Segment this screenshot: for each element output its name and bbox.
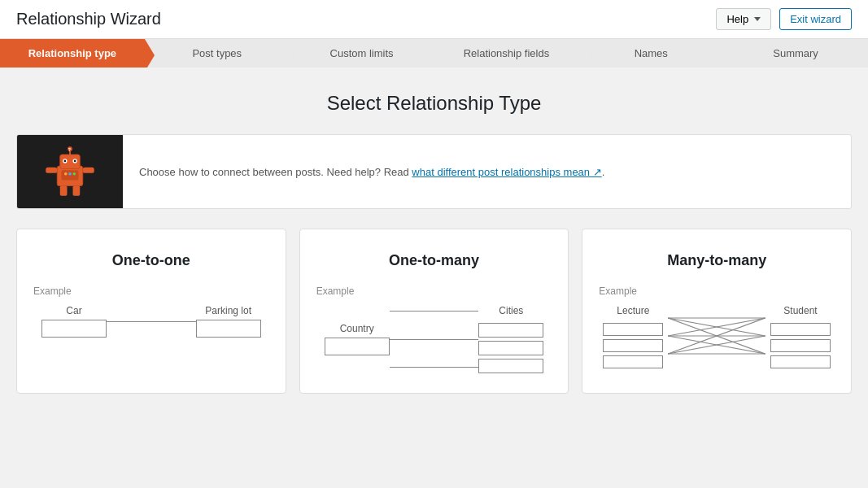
mtom-left-box-2 bbox=[603, 339, 663, 352]
many-to-many-left-label: Lecture bbox=[603, 305, 663, 316]
svg-rect-9 bbox=[46, 168, 57, 173]
cards-container: One-to-one Example Car Parking lot One-t… bbox=[16, 229, 852, 394]
one-to-one-right-box bbox=[196, 320, 261, 338]
info-link[interactable]: what different post relationships mean ↗ bbox=[412, 166, 601, 178]
many-to-many-lines bbox=[668, 309, 765, 365]
svg-rect-12 bbox=[73, 186, 81, 196]
svg-rect-11 bbox=[60, 186, 68, 196]
wizard-step-names[interactable]: Names bbox=[578, 39, 723, 68]
one-to-many-lines bbox=[390, 311, 479, 368]
one-to-many-card[interactable]: One-to-many Example Country Cities bbox=[299, 229, 569, 394]
main-content: Select Relationship Type ? bbox=[0, 68, 868, 410]
many-to-many-right-label: Student bbox=[770, 305, 831, 316]
one-to-one-left-box bbox=[41, 320, 107, 338]
mtom-left-box-3 bbox=[603, 355, 663, 368]
exit-wizard-button[interactable]: Exit wizard bbox=[779, 8, 852, 30]
info-banner: ? Choose how to connect between posts. N… bbox=[16, 134, 852, 209]
many-to-many-right-col: Student bbox=[770, 305, 831, 368]
robot-icon: ? bbox=[41, 143, 98, 200]
wizard-step-relationship-fields[interactable]: Relationship fields bbox=[434, 39, 578, 68]
one-to-many-example-label: Example bbox=[316, 285, 552, 297]
one-to-one-connector bbox=[107, 321, 196, 322]
one-to-one-right-label: Parking lot bbox=[205, 305, 251, 316]
help-label: Help bbox=[726, 13, 748, 25]
wizard-step-relationship-type[interactable]: Relationship type bbox=[0, 39, 145, 68]
one-to-many-right-box-3 bbox=[478, 359, 543, 373]
svg-point-4 bbox=[64, 160, 67, 163]
one-to-many-left-col: Country bbox=[325, 323, 390, 355]
one-to-one-title: One-to-one bbox=[33, 252, 269, 269]
svg-point-5 bbox=[74, 160, 76, 163]
wizard-step-summary[interactable]: Summary bbox=[723, 39, 868, 68]
one-to-one-example-label: Example bbox=[33, 285, 269, 297]
svg-point-16 bbox=[73, 172, 76, 176]
info-banner-text: Choose how to connect between posts. Nee… bbox=[123, 153, 621, 191]
many-to-many-left-col: Lecture bbox=[603, 305, 663, 368]
one-to-many-title: One-to-many bbox=[316, 252, 552, 269]
page-heading: Select Relationship Type bbox=[16, 92, 852, 115]
mtom-right-box-2 bbox=[770, 339, 831, 352]
one-to-one-left-col: Car bbox=[41, 305, 107, 338]
one-to-one-left-label: Car bbox=[66, 305, 81, 316]
one-to-many-right-box-2 bbox=[478, 341, 543, 355]
line-2 bbox=[390, 339, 479, 340]
wizard-nav: Relationship type Post types Custom limi… bbox=[0, 39, 868, 68]
robot-icon-container: ? bbox=[17, 135, 123, 208]
mtom-lines-svg bbox=[668, 309, 765, 363]
svg-text:?: ? bbox=[68, 147, 71, 152]
mtom-left-box-1 bbox=[603, 323, 663, 336]
wizard-step-post-types[interactable]: Post types bbox=[145, 39, 290, 68]
app-title: Relationship Wizard bbox=[16, 10, 161, 28]
many-to-many-card[interactable]: Many-to-many Example Lecture bbox=[582, 229, 852, 394]
one-to-many-left-box bbox=[325, 338, 390, 355]
one-to-one-right-col: Parking lot bbox=[196, 305, 261, 338]
wizard-step-custom-limits[interactable]: Custom limits bbox=[290, 39, 434, 68]
svg-rect-10 bbox=[83, 168, 94, 173]
one-to-many-diagram: Country Cities bbox=[316, 305, 552, 373]
one-to-many-left-label: Country bbox=[340, 323, 374, 334]
top-bar-right: Help Exit wizard bbox=[716, 8, 852, 30]
many-to-many-title: Many-to-many bbox=[599, 252, 835, 269]
one-to-many-right-col: Cities bbox=[478, 305, 543, 373]
many-to-many-example-label: Example bbox=[599, 285, 835, 297]
one-to-one-card[interactable]: One-to-one Example Car Parking lot bbox=[16, 229, 286, 394]
chevron-down-icon bbox=[754, 17, 761, 21]
one-to-many-right-label: Cities bbox=[478, 305, 543, 316]
help-button[interactable]: Help bbox=[716, 8, 771, 30]
line-3 bbox=[390, 367, 479, 368]
svg-point-14 bbox=[64, 172, 68, 176]
many-to-many-diagram: Lecture bbox=[599, 305, 835, 368]
top-bar: Relationship Wizard Help Exit wizard bbox=[0, 0, 868, 39]
one-to-many-right-box-1 bbox=[478, 323, 543, 338]
svg-point-15 bbox=[68, 172, 72, 176]
one-to-one-diagram: Car Parking lot bbox=[33, 305, 269, 338]
line-1 bbox=[390, 311, 479, 312]
mtom-right-box-3 bbox=[770, 355, 831, 368]
mtom-right-box-1 bbox=[770, 323, 831, 336]
info-text: Choose how to connect between posts. Nee… bbox=[139, 166, 412, 178]
